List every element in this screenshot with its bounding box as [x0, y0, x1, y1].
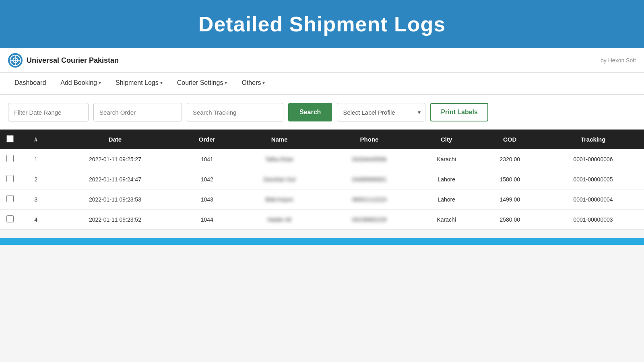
brand-left: Universal Courier Pakistan [8, 53, 119, 68]
print-labels-button[interactable]: Print Labels [430, 103, 488, 121]
cell-cod: 2320.00 [477, 149, 542, 169]
table-row: 12022-01-11 09:25:271041Talha Khan033344… [0, 149, 644, 169]
row-checkbox-cell[interactable] [0, 149, 20, 169]
cell-cod: 1580.00 [477, 169, 542, 189]
cell-date: 2022-01-11 09:24:47 [52, 169, 178, 189]
cell-name: Zeeshan Gul [235, 169, 323, 189]
nav-item-dashboard[interactable]: Dashboard [8, 73, 52, 94]
row-select-checkbox[interactable] [6, 155, 14, 162]
col-header-cod: COD [477, 130, 542, 149]
col-header-num: # [20, 130, 52, 149]
cell-tracking: 0001-00000005 [542, 169, 644, 189]
brand-name: Universal Courier Pakistan [27, 56, 119, 65]
brand-logo-icon [8, 53, 23, 68]
page-title: Detailed Shipment Logs [8, 12, 636, 36]
cell-date: 2022-01-11 09:23:52 [52, 210, 178, 230]
chevron-down-icon: ▾ [99, 80, 101, 86]
cell-city: Lahore [415, 189, 478, 210]
col-header-tracking: Tracking [542, 130, 644, 149]
cell-tracking: 0001-00000003 [542, 210, 644, 230]
cell-phone: 08001112223 [323, 189, 415, 210]
cell-date: 2022-01-11 09:25:27 [52, 149, 178, 169]
cell-num: 4 [20, 210, 52, 230]
cell-order: 1044 [178, 210, 235, 230]
cell-order: 1043 [178, 189, 235, 210]
chevron-down-icon: ▾ [160, 80, 163, 86]
cell-name: Talha Khan [235, 149, 323, 169]
chevron-down-icon: ▾ [262, 80, 265, 86]
table-body: 12022-01-11 09:25:271041Talha Khan033344… [0, 149, 644, 230]
nav-item-shipment-logs[interactable]: Shipment Logs ▾ [109, 73, 169, 94]
col-header-order: Order [178, 130, 235, 149]
chevron-down-icon: ▾ [225, 80, 227, 86]
cell-name: Bilal Anjum [235, 189, 323, 210]
table-row: 22022-01-11 09:24:471042Zeeshan Gul03489… [0, 169, 644, 189]
shipment-table: # Date Order Name Phone City COD Trackin… [0, 130, 644, 230]
table-row: 32022-01-11 09:23:531043Bilal Anjum08001… [0, 189, 644, 210]
cell-date: 2022-01-11 09:23:53 [52, 189, 178, 210]
row-checkbox-cell[interactable] [0, 210, 20, 230]
nav-item-courier-settings[interactable]: Courier Settings ▾ [171, 73, 234, 94]
col-header-name: Name [235, 130, 323, 149]
cell-num: 2 [20, 169, 52, 189]
col-header-city: City [415, 130, 478, 149]
cell-cod: 1499.00 [477, 189, 542, 210]
page-footer [0, 238, 644, 245]
row-select-checkbox[interactable] [6, 195, 14, 202]
search-button[interactable]: Search [288, 103, 332, 121]
cell-cod: 2580.00 [477, 210, 542, 230]
cell-city: Lahore [415, 169, 478, 189]
cell-phone: 03489990001 [323, 169, 415, 189]
cell-order: 1042 [178, 169, 235, 189]
cell-tracking: 0001-00000006 [542, 149, 644, 169]
cell-name: Haider Ali [235, 210, 323, 230]
page-header: Detailed Shipment Logs [0, 0, 644, 48]
nav-item-add-booking[interactable]: Add Booking ▾ [54, 73, 107, 94]
table-header-row: # Date Order Name Phone City COD Trackin… [0, 130, 644, 149]
select-all-checkbox[interactable] [6, 135, 14, 142]
row-select-checkbox[interactable] [6, 175, 14, 182]
date-range-input[interactable] [8, 103, 89, 121]
col-header-date: Date [52, 130, 178, 149]
row-checkbox-cell[interactable] [0, 169, 20, 189]
select-all-checkbox-cell[interactable] [0, 130, 20, 149]
brand-bar: Universal Courier Pakistan by Hexon Soft [0, 48, 644, 73]
cell-order: 1041 [178, 149, 235, 169]
toolbar: Search Select Label Profile Print Labels [0, 95, 644, 130]
label-profile-select[interactable]: Select Label Profile [337, 103, 425, 121]
search-order-input[interactable] [93, 103, 182, 121]
nav-item-others[interactable]: Others ▾ [235, 73, 271, 94]
shipment-table-container: # Date Order Name Phone City COD Trackin… [0, 130, 644, 230]
cell-city: Karachi [415, 210, 478, 230]
cell-phone: 00238882229 [323, 210, 415, 230]
cell-city: Karachi [415, 149, 478, 169]
cell-phone: 03334445556 [323, 149, 415, 169]
search-tracking-input[interactable] [187, 103, 283, 121]
cell-num: 1 [20, 149, 52, 169]
cell-num: 3 [20, 189, 52, 210]
row-checkbox-cell[interactable] [0, 189, 20, 210]
table-row: 42022-01-11 09:23:521044Haider Ali002388… [0, 210, 644, 230]
label-profile-select-wrapper: Select Label Profile [337, 103, 425, 121]
cell-tracking: 0001-00000004 [542, 189, 644, 210]
navigation-bar: Dashboard Add Booking ▾ Shipment Logs ▾ … [0, 73, 644, 95]
col-header-phone: Phone [323, 130, 415, 149]
brand-credit: by Hexon Soft [601, 57, 636, 64]
row-select-checkbox[interactable] [6, 215, 14, 222]
